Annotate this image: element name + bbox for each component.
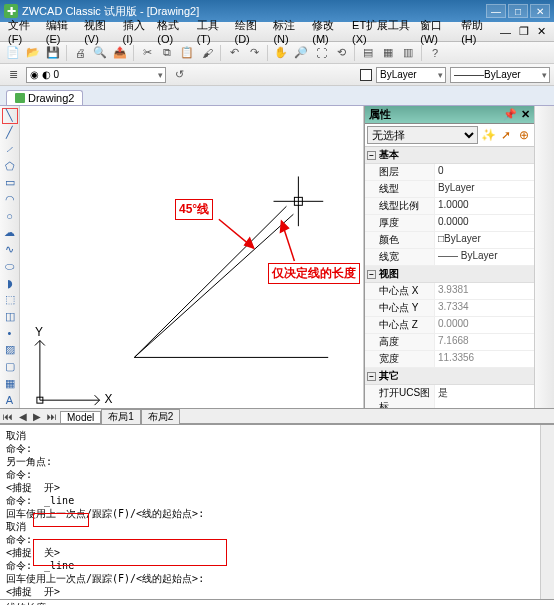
selection-combo[interactable]: 无选择 (367, 126, 478, 144)
prop-row[interactable]: 中心点 X3.9381 (365, 283, 534, 300)
insert-block-icon[interactable]: ⬚ (2, 292, 18, 308)
new-icon[interactable]: 📄 (4, 44, 22, 62)
open-icon[interactable]: 📂 (24, 44, 42, 62)
tab-drawing2[interactable]: Drawing2 (6, 90, 83, 105)
menu-modify[interactable]: 修改(M) (308, 18, 348, 45)
color-combo[interactable]: ByLayer (376, 67, 446, 83)
menu-et[interactable]: ET扩展工具(X) (348, 18, 416, 45)
menu-edit[interactable]: 编辑(E) (42, 18, 80, 45)
circle-icon[interactable]: ○ (2, 208, 18, 224)
prop-category[interactable]: −基本 (365, 147, 534, 164)
match-icon[interactable]: 🖌 (198, 44, 216, 62)
menu-help[interactable]: 帮助(H) (457, 18, 496, 45)
menu-insert[interactable]: 插入(I) (119, 18, 154, 45)
menu-draw[interactable]: 绘图(D) (231, 18, 270, 45)
polygon-icon[interactable]: ⬠ (2, 158, 18, 174)
tab-layout2[interactable]: 布局2 (141, 409, 181, 424)
toggle-pickadd-icon[interactable]: ⊕ (516, 127, 532, 143)
ellipse-icon[interactable]: ⬭ (2, 259, 18, 275)
quick-select-icon[interactable]: ✨ (480, 127, 496, 143)
pushpin-icon[interactable]: 📌 (503, 108, 517, 121)
tab-nav-first[interactable]: ⏮ (0, 411, 16, 422)
axis-y-label: Y (35, 325, 43, 339)
color-swatch[interactable] (360, 69, 372, 81)
linetype-combo[interactable]: ——— ByLayer (450, 67, 550, 83)
axis-x-label: X (105, 392, 113, 406)
hatch-icon[interactable]: ▨ (2, 342, 18, 358)
tab-nav-prev[interactable]: ◀ (16, 411, 30, 422)
ellipse-arc-icon[interactable]: ◗ (2, 275, 18, 291)
drawing-icon (15, 93, 25, 103)
table-icon[interactable]: ▦ (2, 376, 18, 392)
zoom-icon[interactable]: 🔎 (292, 44, 310, 62)
maximize-button[interactable]: □ (508, 4, 528, 18)
menu-view[interactable]: 视图(V) (80, 18, 118, 45)
prop-category[interactable]: −视图 (365, 266, 534, 283)
select-objects-icon[interactable]: ➚ (498, 127, 514, 143)
make-block-icon[interactable]: ◫ (2, 309, 18, 325)
cut-icon[interactable]: ✂ (138, 44, 156, 62)
layer-combo[interactable]: ◉ ◐ 0 (26, 67, 166, 83)
revcloud-icon[interactable]: ☁ (2, 225, 18, 241)
rectangle-icon[interactable]: ▭ (2, 175, 18, 191)
menu-tools[interactable]: 工具(T) (193, 18, 231, 45)
prop-category[interactable]: −其它 (365, 368, 534, 385)
prop-row[interactable]: 图层0 (365, 164, 534, 181)
preview-icon[interactable]: 🔍 (91, 44, 109, 62)
tab-model[interactable]: Model (60, 411, 101, 423)
paste-icon[interactable]: 📋 (178, 44, 196, 62)
menu-file[interactable]: 文件(F) (4, 18, 42, 45)
prop-row[interactable]: 中心点 Y3.7334 (365, 300, 534, 317)
mdi-restore-button[interactable]: ❐ (515, 25, 533, 38)
close-button[interactable]: ✕ (530, 4, 550, 18)
layer-prev-icon[interactable]: ↺ (170, 66, 188, 84)
design-center-icon[interactable]: ▦ (379, 44, 397, 62)
prop-row[interactable]: 线宽—— ByLayer (365, 249, 534, 266)
copy-icon[interactable]: ⧉ (158, 44, 176, 62)
prop-row[interactable]: 宽度11.3356 (365, 351, 534, 368)
panel-close-icon[interactable]: ✕ (521, 108, 530, 121)
prop-row[interactable]: 线型比例1.0000 (365, 198, 534, 215)
mtext-icon[interactable]: A (2, 392, 18, 408)
spline-icon[interactable]: ∿ (2, 242, 18, 258)
menu-format[interactable]: 格式(O) (153, 18, 192, 45)
menu-dimension[interactable]: 标注(N) (269, 18, 308, 45)
draw-toolbar: ╲ ╱ ⟋ ⬠ ▭ ◠ ○ ☁ ∿ ⬭ ◗ ⬚ ◫ • ▨ ▢ ▦ A (0, 106, 20, 408)
drawing-canvas[interactable]: X Y 45°线 仅决定线的长度 (20, 106, 364, 408)
mdi-minimize-button[interactable]: — (496, 26, 515, 38)
menubar: 文件(F) 编辑(E) 视图(V) 插入(I) 格式(O) 工具(T) 绘图(D… (0, 22, 554, 42)
tab-nav-last[interactable]: ⏭ (44, 411, 60, 422)
prop-row[interactable]: 厚度0.0000 (365, 215, 534, 232)
point-icon[interactable]: • (2, 325, 18, 341)
line-icon[interactable]: ╲ (2, 108, 18, 124)
pan-icon[interactable]: ✋ (272, 44, 290, 62)
xline-icon[interactable]: ╱ (2, 125, 18, 141)
prop-row[interactable]: 高度7.1668 (365, 334, 534, 351)
prop-row[interactable]: 打开UCS图标是 (365, 385, 534, 408)
minimize-button[interactable]: — (486, 4, 506, 18)
undo-icon[interactable]: ↶ (225, 44, 243, 62)
print-icon[interactable]: 🖨 (71, 44, 89, 62)
zoom-window-icon[interactable]: ⛶ (312, 44, 330, 62)
layers-icon[interactable]: ≣ (4, 66, 22, 84)
prop-row[interactable]: 线型ByLayer (365, 181, 534, 198)
command-scrollbar[interactable] (540, 425, 554, 599)
svg-line-4 (134, 206, 286, 357)
command-line[interactable]: 线的长度: (0, 599, 554, 605)
help-icon[interactable]: ? (426, 44, 444, 62)
zoom-prev-icon[interactable]: ⟲ (332, 44, 350, 62)
menu-window[interactable]: 窗口(W) (416, 18, 457, 45)
polyline-icon[interactable]: ⟋ (2, 141, 18, 157)
arc-icon[interactable]: ◠ (2, 192, 18, 208)
tab-layout1[interactable]: 布局1 (101, 409, 141, 424)
prop-row[interactable]: 颜色□ByLayer (365, 232, 534, 249)
redo-icon[interactable]: ↷ (245, 44, 263, 62)
save-icon[interactable]: 💾 (44, 44, 62, 62)
tab-nav-next[interactable]: ▶ (30, 411, 44, 422)
publish-icon[interactable]: 📤 (111, 44, 129, 62)
tool-palettes-icon[interactable]: ▥ (399, 44, 417, 62)
properties-icon[interactable]: ▤ (359, 44, 377, 62)
region-icon[interactable]: ▢ (2, 359, 18, 375)
mdi-close-button[interactable]: ✕ (533, 25, 550, 38)
prop-row[interactable]: 中心点 Z0.0000 (365, 317, 534, 334)
